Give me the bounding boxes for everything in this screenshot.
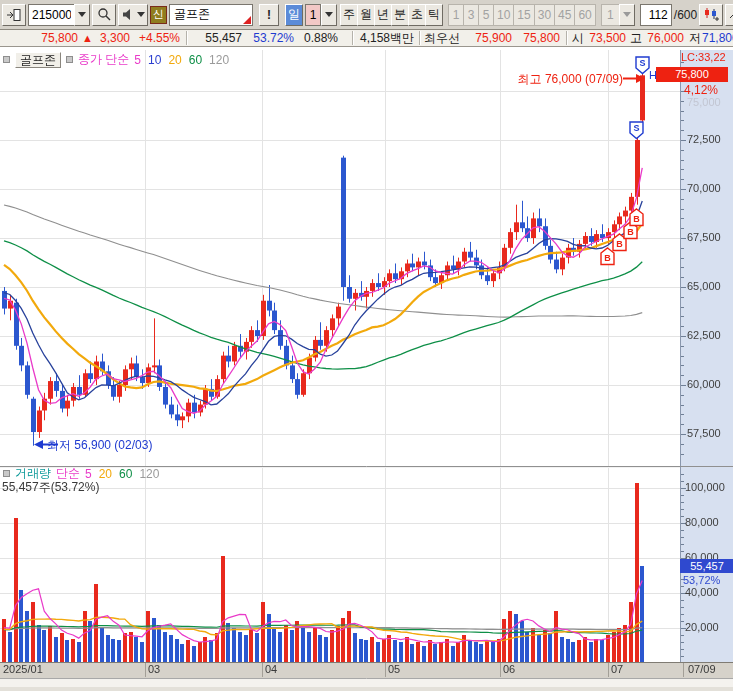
chevron-down-icon <box>78 12 86 17</box>
low-price: 71,800 <box>702 31 733 46</box>
best-bid: 75,800 <box>514 31 560 46</box>
candle-count-input[interactable] <box>640 4 672 26</box>
period-button-group: 주월년분초틱 <box>341 4 443 26</box>
sell-signal-badge: S <box>635 56 650 79</box>
minute-interval-button: 10 <box>493 4 514 26</box>
period-button[interactable]: 초 <box>408 4 426 26</box>
volume-ma-period-label: 20 <box>99 467 112 481</box>
date-axis-tick: 04 <box>265 663 277 675</box>
chevron-down-icon <box>325 12 333 17</box>
minute-interval-button: 1 <box>448 4 464 26</box>
volume-ratio: 53.72% <box>248 31 294 46</box>
period-button[interactable]: 주 <box>340 4 358 26</box>
date-axis-tick: 07 <box>611 663 623 675</box>
price-ma-period-label: 5 <box>134 53 141 67</box>
open-label: 시 <box>572 31 584 46</box>
minute-interval-button: 60 <box>574 4 595 26</box>
divider <box>186 31 188 45</box>
volume-axis-tick: 100,000 <box>685 481 725 493</box>
main-toolbar: 신 골프존 ! 일 주월년분초틱 1351015304560 1 /600 <box>0 0 733 30</box>
disabled-interval-value: 1 <box>601 4 619 26</box>
current-price: 75,800 <box>14 31 78 46</box>
price-axis-tick: 67,500 <box>687 231 721 243</box>
volume-ma-period-label: 60 <box>119 467 132 481</box>
price-axis-tick: 62,500 <box>687 329 721 341</box>
buy-signal-badge: B <box>629 208 644 231</box>
chart-canvas[interactable] <box>0 0 733 691</box>
turnover-percent: 0.88% <box>296 31 338 46</box>
info-bar: 75,800 ▲ 3,300 +4.55% 55,457 53.72% 0.88… <box>0 30 733 47</box>
price-ma-labels: 5102060120 <box>134 53 229 67</box>
trendline-icon[interactable] <box>725 4 733 26</box>
low-label: 저 <box>689 31 701 46</box>
interval-dropdown[interactable] <box>321 4 337 26</box>
volume-ma-period-label: 120 <box>139 467 159 481</box>
legend-ma-type: 종가 단순 <box>78 51 129 68</box>
date-axis-tick: 2025/01 <box>3 663 43 675</box>
svg-text:S: S <box>639 58 645 68</box>
overlapped-axis-tick: 75,000 <box>687 96 721 108</box>
volume-percent-axis-label: 53,72% <box>683 574 720 586</box>
corner-triangle-icon <box>243 16 251 24</box>
period-day-button[interactable]: 일 <box>285 4 303 26</box>
minute-interval-button: 30 <box>534 4 555 26</box>
legend-stock-name[interactable]: 골프존 <box>15 52 61 68</box>
price-ma-period-label: 120 <box>209 53 229 67</box>
minute-interval-button: 45 <box>554 4 575 26</box>
stock-name-field[interactable]: 골프존 <box>169 4 253 26</box>
volume-axis-tick: 40,000 <box>685 586 719 598</box>
price-ma-period-label: 20 <box>168 53 181 67</box>
price-change: 3,300 <box>88 31 130 46</box>
svg-text:S: S <box>633 123 639 133</box>
change-percent: +4.55% <box>132 31 180 46</box>
volume-summary: 55,457주(53.72%) <box>2 479 99 496</box>
low-annotation: 최저 56,900 (02/03) <box>47 437 152 454</box>
high-annotation: 최고 76,000 (07/09) <box>495 71 623 88</box>
price-ma-period-label: 10 <box>148 53 161 67</box>
interval-input[interactable] <box>305 4 321 26</box>
trade-value: 4,158백만 <box>360 31 414 46</box>
minute-interval-button: 15 <box>513 4 534 26</box>
high-label: 고 <box>630 31 642 46</box>
minute-button-group: 1351015304560 <box>449 4 596 26</box>
stock-code-dropdown[interactable] <box>74 4 90 26</box>
divider <box>566 31 568 45</box>
open-price: 73,500 <box>584 31 626 46</box>
period-button[interactable]: 월 <box>357 4 375 26</box>
divider <box>419 31 421 45</box>
disabled-interval-combo: 1 <box>601 4 635 26</box>
price-axis-tick: 60,000 <box>687 378 721 390</box>
stock-chart-window: 신 골프존 ! 일 주월년분초틱 1351015304560 1 /600 <box>0 0 733 691</box>
svg-text:B: B <box>633 213 640 223</box>
alert-button[interactable]: ! <box>259 4 279 26</box>
disabled-interval-dropdown <box>619 4 635 26</box>
volume-value: 55,457 <box>196 31 242 46</box>
price-axis-tick: 70,000 <box>687 182 721 194</box>
stock-code-input[interactable] <box>28 4 74 26</box>
price-axis-tick: 57,500 <box>687 427 721 439</box>
volume-axis-tick: 20,000 <box>685 621 719 633</box>
date-axis-tick: 06 <box>503 663 515 675</box>
date-axis-tick: 07/09 <box>688 663 716 675</box>
period-button[interactable]: 년 <box>374 4 392 26</box>
date-axis-tick: 03 <box>148 663 160 675</box>
period-button[interactable]: 분 <box>391 4 409 26</box>
dock-icon[interactable] <box>2 4 26 26</box>
interval-combo <box>305 4 337 26</box>
svg-text:B: B <box>605 252 612 262</box>
candle-total-label: /600 <box>674 8 697 22</box>
collapse-square-icon[interactable] <box>3 56 10 63</box>
collapse-square-icon[interactable] <box>66 56 73 63</box>
best-quote-label: 최우선 <box>424 31 460 46</box>
chevron-down-icon <box>137 12 145 17</box>
high-price: 76,000 <box>642 31 684 46</box>
price-axis-tick: 65,000 <box>687 280 721 292</box>
period-button[interactable]: 틱 <box>425 4 443 26</box>
candle-chart-icon[interactable] <box>699 4 723 26</box>
speaker-icon[interactable] <box>118 4 148 26</box>
volume-axis-tick: 80,000 <box>685 516 719 528</box>
price-axis-tick: 72,500 <box>687 133 721 145</box>
collapse-square-icon[interactable] <box>3 470 10 477</box>
stock-code-combo <box>28 4 90 26</box>
search-icon[interactable] <box>92 4 116 26</box>
